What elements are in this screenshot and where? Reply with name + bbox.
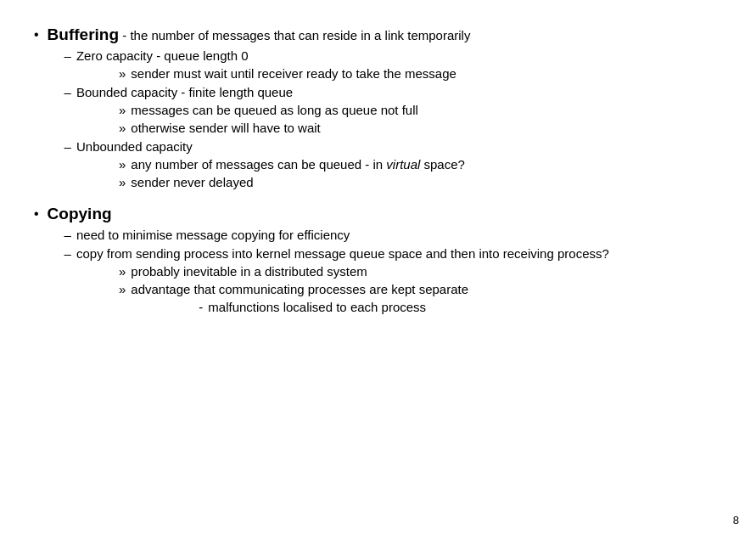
raquo-unbounded-2: » xyxy=(119,175,126,189)
buffering-content: Buffering - the number of messages that … xyxy=(48,25,722,189)
zero-capacity-item: – Zero capacity - queue length 0 » sende… xyxy=(64,48,722,81)
bounded-capacity-text: Bounded capacity - finite length queue xyxy=(76,85,293,99)
dash-bounded: – xyxy=(64,85,71,99)
raquo-zero-1: » xyxy=(119,66,126,81)
page-number: 8 xyxy=(733,514,739,527)
raquo-copy-1: » xyxy=(119,264,126,279)
raquo-bounded-1: » xyxy=(119,103,126,117)
dash-zero: – xyxy=(64,48,71,63)
zero-capacity-content: Zero capacity - queue length 0 » sender … xyxy=(76,48,456,81)
copy-sub1-text: probably inevitable in a distributed sys… xyxy=(131,264,367,279)
copy-sub2-content: advantage that communicating processes a… xyxy=(131,282,468,314)
copy-sub2-text: advantage that communicating processes a… xyxy=(131,282,468,296)
unbounded-sub1-before: any number of messages can be queued - i… xyxy=(131,157,386,172)
unbounded-sub2: » sender never delayed xyxy=(119,175,465,189)
zero-sub1: » sender must wait until receiver ready … xyxy=(119,66,456,81)
minimise-item: – need to minimise message copying for e… xyxy=(64,228,722,242)
dash-unbounded: – xyxy=(64,139,71,154)
copy-sub2-sub1-text: malfunctions localised to each process xyxy=(208,300,426,314)
minimise-text: need to minimise message copying for eff… xyxy=(76,228,350,242)
copying-label: Copying xyxy=(48,205,112,222)
buffering-label-suffix: - the number of messages that can reside… xyxy=(119,28,470,42)
buffering-label: Buffering xyxy=(48,25,119,43)
copy-sub2-sub1: - malfunctions localised to each process xyxy=(199,300,468,314)
copy-from-text: copy from sending process into kernel me… xyxy=(76,246,609,261)
copy-sub1: » probably inevitable in a distributed s… xyxy=(119,264,609,279)
bounded-sub2: » otherwise sender will have to wait xyxy=(119,121,418,135)
bounded-sub1-text: messages can be queued as long as queue … xyxy=(131,103,418,117)
unbounded-sub1-after: space? xyxy=(420,157,465,172)
slide-content: • Buffering - the number of messages tha… xyxy=(0,0,756,535)
unbounded-sub1: » any number of messages can be queued -… xyxy=(119,157,465,172)
bounded-capacity-item: – Bounded capacity - finite length queue… xyxy=(64,85,722,135)
bullet-dot-copying: • xyxy=(34,206,39,222)
unbounded-sub2-text: sender never delayed xyxy=(131,175,253,189)
bounded-capacity-content: Bounded capacity - finite length queue »… xyxy=(76,85,418,135)
unbounded-capacity-content: Unbounded capacity » any number of messa… xyxy=(76,139,465,189)
copying-content: Copying – need to minimise message copyi… xyxy=(48,205,722,314)
unbounded-capacity-item: – Unbounded capacity » any number of mes… xyxy=(64,139,722,189)
buffering-title: Buffering - the number of messages that … xyxy=(48,28,471,42)
unbounded-sub1-text: any number of messages can be queued - i… xyxy=(131,157,465,172)
bounded-sub2-text: otherwise sender will have to wait xyxy=(131,121,320,135)
copy-from-item: – copy from sending process into kernel … xyxy=(64,246,722,314)
raquo-bounded-2: » xyxy=(119,121,126,135)
copying-section: • Copying – need to minimise message cop… xyxy=(34,205,722,314)
dash-small-1: - xyxy=(199,300,203,314)
bullet-dot-buffering: • xyxy=(34,27,39,42)
copy-from-content: copy from sending process into kernel me… xyxy=(76,246,609,314)
raquo-copy-2: » xyxy=(119,282,126,296)
unbounded-capacity-text: Unbounded capacity xyxy=(76,139,193,154)
zero-capacity-text: Zero capacity - queue length 0 xyxy=(76,48,249,63)
buffering-section: • Buffering - the number of messages tha… xyxy=(34,25,722,189)
copy-sub2: » advantage that communicating processes… xyxy=(119,282,609,314)
unbounded-sub1-italic: virtual xyxy=(386,157,420,172)
dash-copy-from: – xyxy=(64,246,71,261)
dash-minimise: – xyxy=(64,228,71,242)
bounded-sub1: » messages can be queued as long as queu… xyxy=(119,103,418,117)
raquo-unbounded-1: » xyxy=(119,157,126,172)
zero-sub1-text: sender must wait until receiver ready to… xyxy=(131,66,456,81)
